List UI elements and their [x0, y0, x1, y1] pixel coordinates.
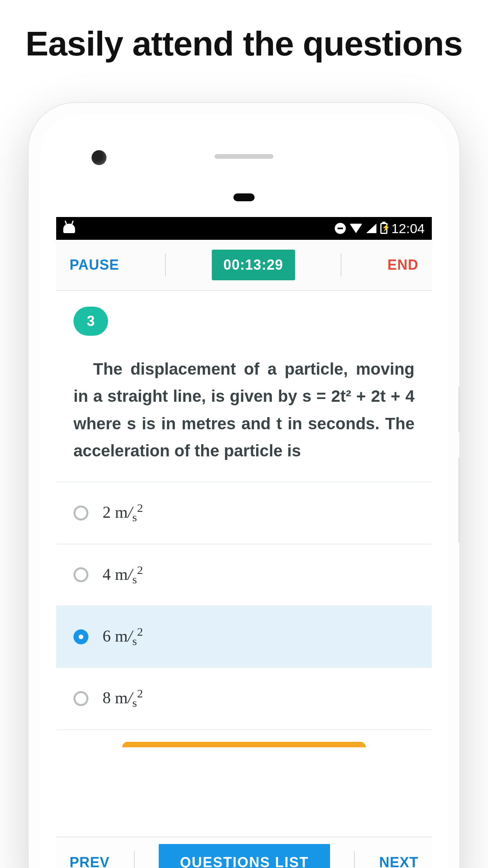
- divider: [165, 254, 166, 276]
- option-label: 2 m/s2: [103, 501, 143, 524]
- option-label: 4 m/s2: [103, 563, 143, 587]
- promo-headline: Easily attend the questions: [0, 24, 488, 64]
- question-content: 3 The displacement of a particle, moving…: [56, 291, 432, 837]
- option-row[interactable]: 4 m/s2: [56, 544, 432, 606]
- option-label: 6 m/s2: [103, 625, 143, 648]
- wifi-icon: [350, 224, 362, 233]
- option-row[interactable]: 2 m/s2: [56, 482, 432, 544]
- option-row[interactable]: 8 m/s2: [56, 668, 432, 730]
- phone-side-button: [459, 457, 460, 543]
- exam-topbar: PAUSE 00:13:29 END: [56, 240, 432, 291]
- radio-icon: [73, 629, 88, 644]
- phone-side-button: [459, 386, 460, 433]
- next-button[interactable]: NEXT: [379, 854, 418, 868]
- question-number-badge: 3: [73, 307, 108, 336]
- statusbar-time: 12:04: [391, 221, 425, 236]
- divider: [134, 851, 135, 868]
- android-statusbar: 12:04: [56, 217, 432, 240]
- cell-signal-icon: [366, 224, 376, 233]
- phone-speaker: [215, 154, 273, 159]
- phone-mockup: 12:04 PAUSE 00:13:29 END 3 The displacem…: [28, 102, 460, 868]
- radio-icon: [73, 691, 88, 706]
- options-list: 2 m/s2 4 m/s2 6 m/s2 8 m/s2: [56, 482, 432, 730]
- prev-button[interactable]: PREV: [70, 854, 110, 868]
- exam-bottombar: PREV QUESTIONS LIST NEXT: [56, 837, 432, 868]
- phone-sensor: [233, 193, 255, 201]
- option-row[interactable]: 6 m/s2: [56, 606, 432, 668]
- phone-camera: [92, 150, 106, 165]
- question-text: The displacement of a particle, moving i…: [56, 336, 432, 482]
- do-not-disturb-icon: [335, 223, 346, 234]
- divider: [354, 851, 355, 868]
- android-icon: [63, 224, 75, 233]
- battery-charging-icon: [380, 223, 387, 234]
- radio-icon: [73, 506, 88, 520]
- radio-icon: [73, 567, 88, 582]
- end-button[interactable]: END: [387, 257, 418, 273]
- app-screen: 12:04 PAUSE 00:13:29 END 3 The displacem…: [56, 217, 432, 868]
- hint-pill: [122, 742, 366, 747]
- questions-list-button[interactable]: QUESTIONS LIST: [159, 844, 330, 868]
- timer-display: 00:13:29: [212, 250, 295, 280]
- option-label: 8 m/s2: [103, 687, 143, 710]
- divider: [341, 254, 341, 276]
- pause-button[interactable]: PAUSE: [70, 257, 119, 273]
